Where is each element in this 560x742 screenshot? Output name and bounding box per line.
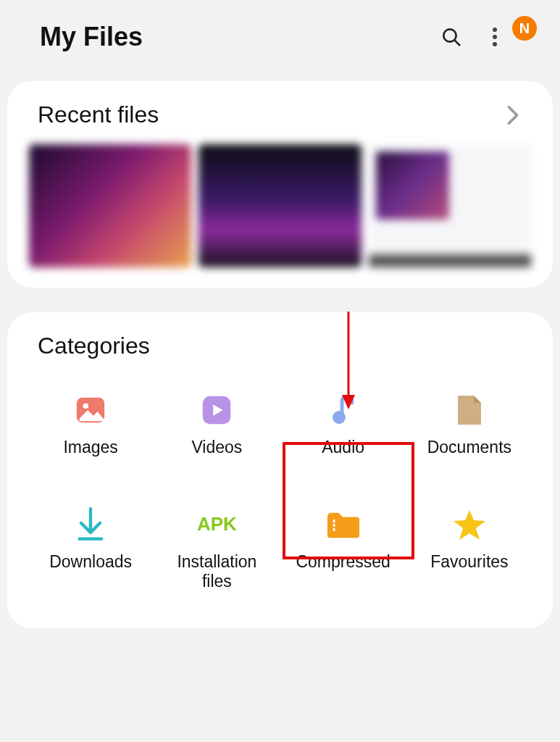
- svg-point-8: [333, 411, 346, 424]
- chevron-right-icon: [503, 106, 522, 125]
- svg-rect-11: [333, 520, 335, 522]
- categories-card: Categories Images Videos: [7, 312, 553, 628]
- category-favourites[interactable]: Favourites: [406, 500, 532, 599]
- avatar-letter: N: [519, 20, 530, 37]
- category-label: Installation files: [177, 552, 256, 592]
- category-label: Audio: [322, 438, 364, 458]
- recent-files-thumbnails[interactable]: [7, 144, 553, 267]
- document-icon: [452, 393, 487, 428]
- image-icon: [73, 393, 108, 428]
- recent-thumbnail[interactable]: [198, 144, 361, 267]
- svg-point-0: [443, 29, 456, 41]
- apk-icon: APK: [197, 507, 237, 542]
- category-documents[interactable]: Documents: [406, 385, 532, 465]
- recent-files-title: Recent files: [38, 101, 503, 128]
- recent-files-header[interactable]: Recent files: [7, 101, 553, 144]
- search-button[interactable]: [437, 22, 466, 51]
- recent-thumbnail[interactable]: [29, 144, 191, 267]
- recent-files-card: Recent files: [7, 81, 553, 288]
- download-icon: [73, 507, 108, 542]
- category-label: Videos: [191, 438, 242, 458]
- svg-line-1: [455, 41, 460, 46]
- svg-point-4: [493, 42, 497, 46]
- compressed-icon: [326, 507, 361, 542]
- category-compressed[interactable]: Compressed: [280, 500, 406, 599]
- page-title: My Files: [40, 22, 422, 52]
- svg-rect-13: [333, 528, 335, 530]
- svg-point-2: [493, 28, 497, 32]
- category-images[interactable]: Images: [28, 385, 154, 465]
- category-label: Downloads: [49, 552, 132, 572]
- search-icon: [440, 25, 463, 49]
- categories-grid: Images Videos Audio: [7, 380, 553, 599]
- header: My Files: [0, 0, 560, 74]
- category-label: Compressed: [296, 552, 390, 572]
- video-icon: [199, 393, 234, 428]
- categories-title: Categories: [38, 333, 522, 359]
- category-downloads[interactable]: Downloads: [28, 500, 154, 599]
- audio-icon: [326, 393, 361, 428]
- star-icon: [452, 507, 487, 542]
- category-label: Favourites: [430, 552, 508, 572]
- svg-point-6: [83, 403, 89, 409]
- category-installation-files[interactable]: APK Installation files: [154, 500, 280, 599]
- svg-rect-12: [333, 524, 335, 527]
- avatar[interactable]: N: [512, 16, 537, 41]
- category-videos[interactable]: Videos: [154, 385, 280, 465]
- category-label: Documents: [427, 438, 511, 458]
- category-label: Images: [63, 438, 117, 458]
- more-vertical-icon: [492, 26, 498, 48]
- recent-thumbnail[interactable]: [369, 144, 531, 267]
- more-button[interactable]: [480, 22, 509, 51]
- category-audio[interactable]: Audio: [280, 385, 406, 465]
- svg-point-3: [493, 35, 497, 39]
